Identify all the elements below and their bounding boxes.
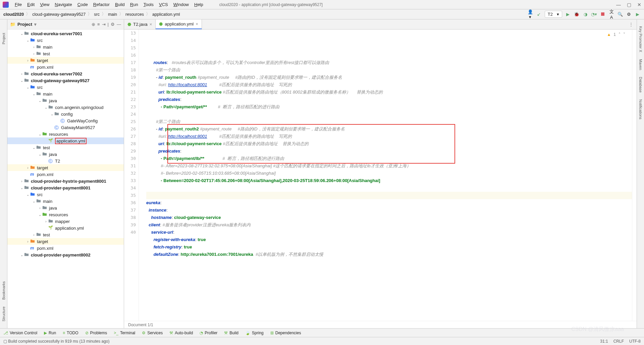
menu-file[interactable]: File <box>12 1 24 8</box>
stop-icon[interactable] <box>600 12 606 17</box>
tree-node[interactable]: ›java <box>7 205 124 211</box>
tool-window-problems[interactable]: ⊘Problems <box>85 331 107 335</box>
close-tab-icon[interactable]: × <box>196 21 198 26</box>
tree-node[interactable]: ⌄main <box>7 198 124 205</box>
encoding[interactable]: UTF-8 <box>629 339 641 344</box>
tree-node[interactable]: ›test <box>7 231 124 238</box>
run-anything-icon[interactable]: ▶ <box>635 12 641 17</box>
tree-node[interactable]: ⒸGateWayConfig <box>7 117 124 124</box>
tree-node[interactable]: ⌄java <box>7 97 124 104</box>
menu-vcs[interactable]: VCS <box>156 1 171 8</box>
tree-node[interactable]: ›cloud-provider-hystrix-payment8001 <box>7 178 124 184</box>
tabs-more-icon[interactable]: ⋮ <box>626 19 637 29</box>
strip-maven[interactable]: Maven <box>639 59 643 70</box>
run-icon[interactable]: ▶ <box>565 12 571 17</box>
debug-icon[interactable]: 🐞 <box>574 12 580 17</box>
menu-navigate[interactable]: Navigate <box>52 1 74 8</box>
close-tab-icon[interactable]: × <box>150 22 152 27</box>
editor-code[interactable]: ▲ 1 ˄ ˅ routes: #routes表示可以路由多个，可以为某个con… <box>139 30 632 321</box>
menu-tools[interactable]: Tools <box>141 1 156 8</box>
menu-edit[interactable]: Edit <box>24 1 37 8</box>
status-box-icon[interactable]: ▢ <box>3 339 7 344</box>
profile-icon[interactable]: ◔▾ <box>591 12 597 17</box>
tool-window-build[interactable]: ⚒Build <box>224 331 238 335</box>
breadcrumb[interactable]: cloud2020〉cloud-gateway-gateway9527〉src〉… <box>3 11 180 17</box>
search-icon[interactable]: 🔍 <box>617 12 623 17</box>
tree-node[interactable]: ›main <box>7 44 124 50</box>
menu-view[interactable]: View <box>37 1 52 8</box>
tool-window-todo[interactable]: ≡TODO <box>63 331 78 335</box>
strip-project[interactable]: Project <box>2 33 6 44</box>
strip-database[interactable]: Database <box>639 77 643 93</box>
tree-node[interactable]: ›target <box>7 57 124 64</box>
maximize-icon[interactable]: ▢ <box>627 2 631 7</box>
tree-node[interactable]: ⌄config <box>7 111 124 117</box>
menu-refactor[interactable]: Refactor <box>91 1 112 8</box>
tree-node[interactable]: mpom.xml <box>7 64 124 70</box>
tree-node[interactable]: ⌄cloud-eureka-server7001 <box>7 30 124 37</box>
chevron-down-icon[interactable]: ˅ <box>623 31 625 38</box>
menu-build[interactable]: Build <box>112 1 127 8</box>
expand-icon[interactable]: ≡ <box>97 22 100 27</box>
tree-node[interactable]: ⒸGatwayMain9527 <box>7 124 124 131</box>
tree-node[interactable]: ⌄src <box>7 84 124 91</box>
tool-window-profiler[interactable]: ◔Profiler <box>200 331 217 335</box>
locate-icon[interactable]: ⊕ <box>92 22 95 27</box>
tool-window-version-control[interactable]: ⎇Version Control <box>3 331 37 335</box>
menu-run[interactable]: Run <box>127 1 141 8</box>
tree-node[interactable]: ⌄cloud-provider-payment8001 <box>7 184 124 191</box>
line-separator[interactable]: CRLF <box>613 339 624 344</box>
tree-node[interactable]: mpom.xml <box>7 171 124 178</box>
run-config-combo[interactable]: T2 ▾ <box>545 11 562 18</box>
crumb[interactable]: main <box>108 12 117 17</box>
editor-tab[interactable]: ⬣application.yml× <box>156 19 202 29</box>
coverage-icon[interactable]: ◑ <box>582 12 588 17</box>
tree-node[interactable]: ›test <box>7 50 124 57</box>
strip-keypromoter[interactable]: Key Promoter X <box>639 26 643 52</box>
crumb[interactable]: src <box>94 12 100 17</box>
strip-bookmarks[interactable]: Bookmarks <box>2 281 6 300</box>
tree-node[interactable]: ⌄main <box>7 91 124 97</box>
tree-node[interactable]: ⌄test <box>7 144 124 151</box>
tree-node[interactable]: ⌄src <box>7 37 124 44</box>
close-icon[interactable]: ✕ <box>637 2 641 7</box>
menu-help[interactable]: Help <box>192 1 206 8</box>
chevron-up-icon[interactable]: ˄ <box>619 31 621 38</box>
caret-position[interactable]: 31:1 <box>600 339 608 344</box>
gear-icon[interactable]: ⚙ <box>111 22 115 27</box>
add-user-icon[interactable]: 👤▾ <box>527 9 533 19</box>
strip-structure[interactable]: Structure <box>2 306 6 322</box>
tool-window-auto-build[interactable]: ⚒Auto-build <box>169 331 193 335</box>
tree-node[interactable]: ›target <box>7 164 124 171</box>
tree-node[interactable]: ⌄cloud-gateway-gateway9527 <box>7 77 124 84</box>
crumb[interactable]: application.yml <box>152 12 180 17</box>
tool-window-terminal[interactable]: >_Terminal <box>114 331 135 335</box>
menu-code[interactable]: Code <box>75 1 91 8</box>
tree-node[interactable]: ›target <box>7 238 124 245</box>
crumb[interactable]: cloud-gateway-gateway9527 <box>32 12 86 17</box>
back-arrow-icon[interactable]: ↙ <box>536 12 542 17</box>
chevron-down-icon[interactable]: ▾ <box>34 22 37 27</box>
project-tree[interactable]: ⌄cloud-eureka-server7001⌄src›main›test›t… <box>7 30 124 328</box>
tree-node[interactable]: ⌄resources <box>7 131 124 137</box>
tree-node[interactable]: ⌄resources <box>7 211 124 218</box>
tool-window-dependencies[interactable]: ⊞Dependencies <box>270 331 301 335</box>
collapse-icon[interactable]: ⇥ <box>102 22 106 27</box>
tree-node[interactable]: ⌄com.angenin.springcloud <box>7 104 124 111</box>
tree-node[interactable]: ⌄src <box>7 191 124 198</box>
gear-icon[interactable]: ⚙ <box>626 12 632 17</box>
tree-node[interactable]: ⌄cloud-provider-payment8002 <box>7 251 124 258</box>
tool-window-run[interactable]: ▶Run <box>44 331 56 335</box>
marker-bar[interactable] <box>632 30 637 321</box>
tree-node[interactable]: 🌱application.yml <box>7 225 124 231</box>
translate-icon[interactable]: 文A <box>608 9 614 20</box>
strip-notifications[interactable]: Notifications <box>639 99 643 119</box>
hide-icon[interactable]: — <box>117 22 121 27</box>
tree-node[interactable]: ⒸT2 <box>7 158 124 164</box>
tool-window-spring[interactable]: 🍃Spring <box>245 331 264 335</box>
crumb[interactable]: cloud2020 <box>3 12 24 17</box>
minimize-icon[interactable]: — <box>616 2 621 7</box>
tree-node[interactable]: ›mapper <box>7 218 124 225</box>
editor-tab[interactable]: ⬣T2.java× <box>124 19 156 29</box>
tree-node[interactable]: mpom.xml <box>7 245 124 251</box>
